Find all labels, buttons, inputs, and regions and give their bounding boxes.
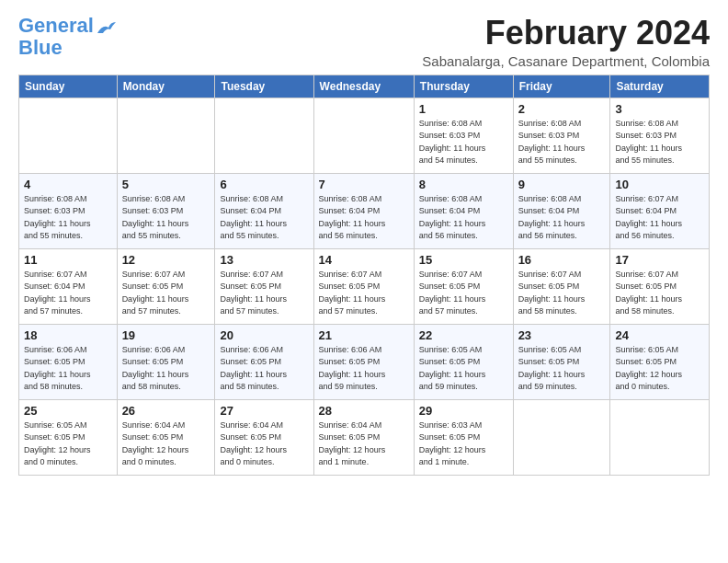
month-title: February 2024 [422, 15, 710, 52]
day-cell: 23Sunrise: 6:05 AM Sunset: 6:05 PM Dayli… [513, 324, 610, 399]
day-number: 19 [122, 328, 210, 342]
day-number: 3 [615, 102, 704, 116]
day-cell: 16Sunrise: 6:07 AM Sunset: 6:05 PM Dayli… [513, 248, 610, 324]
day-cell: 6Sunrise: 6:08 AM Sunset: 6:04 PM Daylig… [215, 173, 313, 248]
week-row-1: 4Sunrise: 6:08 AM Sunset: 6:03 PM Daylig… [19, 173, 710, 248]
day-number: 20 [220, 328, 308, 342]
day-cell [19, 98, 118, 173]
day-info: Sunrise: 6:08 AM Sunset: 6:04 PM Dayligh… [518, 193, 606, 243]
day-cell [117, 98, 215, 173]
day-cell: 1Sunrise: 6:08 AM Sunset: 6:03 PM Daylig… [414, 98, 513, 173]
logo-general: General [18, 14, 94, 37]
day-info: Sunrise: 6:07 AM Sunset: 6:05 PM Dayligh… [518, 269, 606, 318]
weekday-header-monday: Monday [117, 75, 215, 98]
day-number: 29 [419, 404, 508, 418]
day-cell: 20Sunrise: 6:06 AM Sunset: 6:05 PM Dayli… [215, 324, 313, 399]
week-row-2: 11Sunrise: 6:07 AM Sunset: 6:04 PM Dayli… [19, 248, 710, 324]
day-cell: 28Sunrise: 6:04 AM Sunset: 6:05 PM Dayli… [313, 399, 414, 475]
week-row-0: 1Sunrise: 6:08 AM Sunset: 6:03 PM Daylig… [19, 98, 710, 173]
day-info: Sunrise: 6:06 AM Sunset: 6:05 PM Dayligh… [122, 344, 210, 394]
weekday-header-wednesday: Wednesday [313, 75, 414, 98]
day-info: Sunrise: 6:08 AM Sunset: 6:03 PM Dayligh… [122, 193, 210, 243]
day-number: 24 [615, 328, 704, 342]
weekday-header-friday: Friday [513, 75, 610, 98]
day-number: 4 [24, 178, 112, 191]
day-info: Sunrise: 6:08 AM Sunset: 6:03 PM Dayligh… [615, 118, 704, 167]
day-cell: 26Sunrise: 6:04 AM Sunset: 6:05 PM Dayli… [117, 399, 215, 475]
day-info: Sunrise: 6:04 AM Sunset: 6:05 PM Dayligh… [122, 419, 210, 469]
day-info: Sunrise: 6:07 AM Sunset: 6:05 PM Dayligh… [122, 269, 210, 318]
day-info: Sunrise: 6:08 AM Sunset: 6:04 PM Dayligh… [419, 193, 508, 243]
day-info: Sunrise: 6:08 AM Sunset: 6:04 PM Dayligh… [319, 193, 409, 243]
day-info: Sunrise: 6:07 AM Sunset: 6:04 PM Dayligh… [615, 193, 704, 243]
day-cell: 12Sunrise: 6:07 AM Sunset: 6:05 PM Dayli… [117, 248, 215, 324]
day-number: 14 [319, 253, 409, 267]
day-cell: 8Sunrise: 6:08 AM Sunset: 6:04 PM Daylig… [414, 173, 513, 248]
logo-blue: Blue [18, 36, 63, 59]
day-cell: 10Sunrise: 6:07 AM Sunset: 6:04 PM Dayli… [610, 173, 710, 248]
day-number: 1 [419, 102, 508, 116]
day-cell: 17Sunrise: 6:07 AM Sunset: 6:05 PM Dayli… [610, 248, 710, 324]
logo-text: General Blue [18, 15, 94, 59]
day-number: 26 [122, 404, 210, 418]
day-cell [215, 98, 313, 173]
day-info: Sunrise: 6:07 AM Sunset: 6:05 PM Dayligh… [615, 269, 704, 318]
day-number: 15 [419, 253, 508, 267]
day-number: 27 [220, 404, 308, 418]
day-number: 9 [518, 178, 606, 191]
logo-bird-icon [96, 20, 116, 37]
day-cell [513, 399, 610, 475]
day-number: 7 [319, 178, 409, 191]
day-cell [610, 399, 710, 475]
day-info: Sunrise: 6:05 AM Sunset: 6:05 PM Dayligh… [615, 344, 704, 394]
day-info: Sunrise: 6:08 AM Sunset: 6:03 PM Dayligh… [24, 193, 112, 243]
day-cell: 27Sunrise: 6:04 AM Sunset: 6:05 PM Dayli… [215, 399, 313, 475]
day-cell: 2Sunrise: 6:08 AM Sunset: 6:03 PM Daylig… [513, 98, 610, 173]
day-info: Sunrise: 6:08 AM Sunset: 6:03 PM Dayligh… [419, 118, 508, 167]
day-cell: 13Sunrise: 6:07 AM Sunset: 6:05 PM Dayli… [215, 248, 313, 324]
location-subtitle: Sabanalarga, Casanare Department, Colomb… [422, 53, 710, 69]
day-number: 18 [24, 328, 112, 342]
day-cell: 25Sunrise: 6:05 AM Sunset: 6:05 PM Dayli… [19, 399, 118, 475]
day-cell: 22Sunrise: 6:05 AM Sunset: 6:05 PM Dayli… [414, 324, 513, 399]
day-info: Sunrise: 6:07 AM Sunset: 6:05 PM Dayligh… [419, 269, 508, 318]
day-cell: 4Sunrise: 6:08 AM Sunset: 6:03 PM Daylig… [19, 173, 118, 248]
day-number: 28 [319, 404, 409, 418]
day-info: Sunrise: 6:06 AM Sunset: 6:05 PM Dayligh… [220, 344, 308, 394]
day-number: 12 [122, 253, 210, 267]
day-number: 16 [518, 253, 606, 267]
weekday-header-row: SundayMondayTuesdayWednesdayThursdayFrid… [19, 75, 710, 98]
day-info: Sunrise: 6:07 AM Sunset: 6:04 PM Dayligh… [24, 269, 112, 318]
day-info: Sunrise: 6:06 AM Sunset: 6:05 PM Dayligh… [24, 344, 112, 394]
week-row-4: 25Sunrise: 6:05 AM Sunset: 6:05 PM Dayli… [19, 399, 710, 475]
day-info: Sunrise: 6:07 AM Sunset: 6:05 PM Dayligh… [319, 269, 409, 318]
day-info: Sunrise: 6:08 AM Sunset: 6:03 PM Dayligh… [518, 118, 606, 167]
day-number: 22 [419, 328, 508, 342]
day-cell [313, 98, 414, 173]
day-number: 23 [518, 328, 606, 342]
day-number: 5 [122, 178, 210, 191]
day-number: 21 [319, 328, 409, 342]
day-number: 8 [419, 178, 508, 191]
day-cell: 29Sunrise: 6:03 AM Sunset: 6:05 PM Dayli… [414, 399, 513, 475]
day-info: Sunrise: 6:07 AM Sunset: 6:05 PM Dayligh… [220, 269, 308, 318]
weekday-header-saturday: Saturday [610, 75, 710, 98]
day-cell: 3Sunrise: 6:08 AM Sunset: 6:03 PM Daylig… [610, 98, 710, 173]
day-info: Sunrise: 6:05 AM Sunset: 6:05 PM Dayligh… [518, 344, 606, 394]
day-info: Sunrise: 6:05 AM Sunset: 6:05 PM Dayligh… [419, 344, 508, 394]
day-number: 6 [220, 178, 308, 191]
day-info: Sunrise: 6:03 AM Sunset: 6:05 PM Dayligh… [419, 419, 508, 469]
day-number: 25 [24, 404, 112, 418]
header-area: General Blue February 2024 Sabanalarga, … [18, 15, 710, 69]
day-cell: 11Sunrise: 6:07 AM Sunset: 6:04 PM Dayli… [19, 248, 118, 324]
day-cell: 18Sunrise: 6:06 AM Sunset: 6:05 PM Dayli… [19, 324, 118, 399]
week-row-3: 18Sunrise: 6:06 AM Sunset: 6:05 PM Dayli… [19, 324, 710, 399]
day-number: 10 [615, 178, 704, 191]
day-number: 13 [220, 253, 308, 267]
day-cell: 14Sunrise: 6:07 AM Sunset: 6:05 PM Dayli… [313, 248, 414, 324]
page: General Blue February 2024 Sabanalarga, … [0, 0, 728, 485]
logo: General Blue [18, 15, 116, 59]
calendar-table: SundayMondayTuesdayWednesdayThursdayFrid… [18, 75, 710, 476]
day-number: 17 [615, 253, 704, 267]
title-area: February 2024 Sabanalarga, Casanare Depa… [422, 15, 710, 69]
